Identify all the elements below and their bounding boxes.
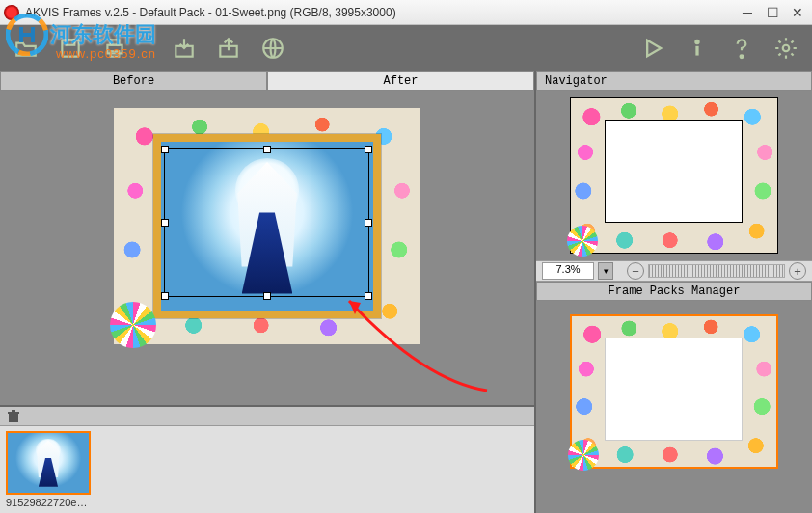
close-button[interactable]: ✕ (787, 4, 808, 21)
zoom-slider[interactable] (648, 264, 785, 278)
svg-point-12 (783, 45, 790, 52)
lollipop-icon (110, 302, 156, 348)
tab-after[interactable]: After (267, 71, 534, 91)
import-button[interactable] (168, 32, 201, 65)
info-button[interactable] (681, 32, 714, 65)
packs-header: Frame Packs Manager (536, 282, 812, 301)
navigator-header: Navigator (536, 71, 812, 91)
frame-pack-item[interactable] (570, 314, 778, 469)
thumbnail-label: 91529822720e0cf... (6, 497, 91, 508)
prefs-button[interactable] (770, 32, 802, 65)
tab-before[interactable]: Before (0, 71, 267, 91)
svg-point-10 (695, 40, 698, 43)
export-button[interactable] (212, 32, 245, 65)
frame-packs-panel[interactable] (536, 301, 812, 513)
watermark-logo-icon (6, 14, 48, 56)
watermark: 河东软件园 www.pc0359.cn (6, 14, 156, 56)
navigator-panel[interactable] (536, 91, 812, 260)
thumbnail-item[interactable]: 91529822720e0cf... (6, 431, 91, 508)
minimize-button[interactable]: ─ (737, 4, 758, 21)
zoom-out-button[interactable]: − (627, 262, 644, 280)
web-button[interactable] (257, 32, 289, 65)
delete-thumb-button[interactable] (6, 409, 21, 424)
canvas[interactable] (0, 91, 534, 405)
zoom-value[interactable]: 7.3% (542, 262, 594, 280)
navigator-viewport[interactable] (605, 120, 743, 223)
framed-image[interactable] (114, 108, 420, 344)
navigator-preview[interactable] (570, 97, 778, 254)
thumbnail-strip: 91529822720e0cf... (0, 405, 534, 513)
zoom-controls: 7.3% ▾ − + (536, 260, 812, 282)
svg-point-11 (741, 55, 744, 58)
run-button[interactable] (636, 32, 669, 65)
selection-box[interactable] (164, 148, 369, 297)
help-button[interactable] (725, 32, 758, 65)
maximize-button[interactable]: ☐ (762, 4, 783, 21)
zoom-in-button[interactable]: + (789, 262, 806, 280)
zoom-dropdown[interactable]: ▾ (598, 262, 613, 280)
tabs: Before After (0, 71, 534, 91)
